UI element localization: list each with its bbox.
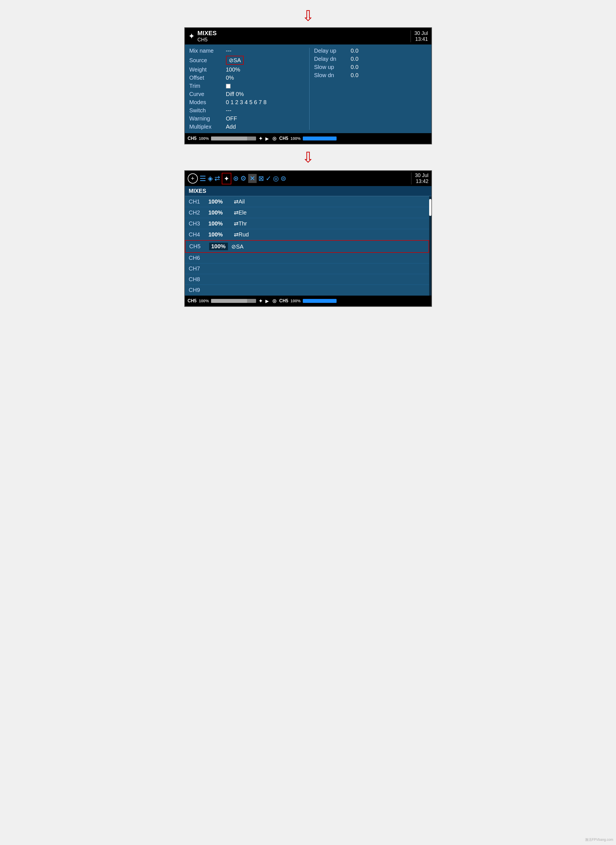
panel1-right-col: Delay up 0.0 Delay dn 0.0 Slow up 0.0 Sl… bbox=[314, 47, 427, 131]
p2-status-ch-left: CH5 bbox=[188, 298, 197, 304]
table-row[interactable]: CH8 bbox=[185, 274, 429, 285]
delay-dn-value: 0.0 bbox=[351, 56, 358, 62]
scrollbar[interactable] bbox=[429, 196, 431, 296]
modes-value: 0 1 2 3 4 5 6 7 8 bbox=[226, 99, 267, 106]
ch4-src: ⇄Rud bbox=[234, 231, 249, 238]
nav-icon-mixes-highlighted[interactable]: ✦ bbox=[222, 173, 231, 184]
panel2-status-bar: CH5 100% ✦ ▶ ⊛ CH5 100% bbox=[185, 296, 431, 306]
nav-icon-x[interactable]: ✕ bbox=[248, 174, 257, 183]
ch7-label: CH7 bbox=[189, 266, 208, 272]
panel1-title: MIXES bbox=[198, 29, 217, 37]
table-row[interactable]: CH6 bbox=[185, 253, 429, 264]
slow-up-row: Slow up 0.0 bbox=[314, 63, 427, 71]
nav-icon-waves[interactable]: ◈ bbox=[208, 175, 213, 182]
nav-icon-check[interactable]: ✓ bbox=[265, 175, 271, 182]
ch1-pct: 100% bbox=[208, 198, 234, 205]
status-pct-left: 100% bbox=[199, 136, 209, 141]
nav-icon-eye[interactable]: ⊜ bbox=[280, 175, 286, 182]
source-value[interactable]: ⊘SA bbox=[226, 56, 244, 65]
nav-icon-dots[interactable]: ◎ bbox=[273, 175, 279, 182]
weight-row: Weight 100% bbox=[189, 66, 302, 74]
p2-status-arrow: ▶ bbox=[265, 298, 269, 304]
status-fill-left bbox=[211, 136, 247, 141]
p2-status-ch-right: CH5 bbox=[279, 298, 288, 304]
ch3-src: ⇄Thr bbox=[234, 220, 247, 227]
offset-value: 0% bbox=[226, 75, 234, 81]
panel1-datetime: 30 Jul 13:41 bbox=[411, 31, 428, 42]
status-fill-right bbox=[303, 136, 337, 141]
panel1-left-col: Mix name --- Source ⊘SA Weight 100% Offs… bbox=[189, 47, 305, 131]
ch3-label: CH3 bbox=[189, 220, 208, 227]
table-row-highlighted[interactable]: CH5 100% ⊘SA bbox=[185, 240, 429, 253]
p2-status-right: ⊛ CH5 100% bbox=[272, 298, 337, 304]
scroll-thumb[interactable] bbox=[429, 199, 431, 216]
nav-icon-add[interactable]: + bbox=[188, 173, 198, 183]
p2-status-icon-right: ⊛ bbox=[272, 298, 277, 304]
delay-dn-row: Delay dn 0.0 bbox=[314, 55, 427, 63]
trim-checkbox[interactable] bbox=[226, 84, 230, 88]
offset-label: Offset bbox=[189, 75, 226, 81]
delay-dn-label: Delay dn bbox=[314, 56, 351, 62]
ch2-label: CH2 bbox=[189, 210, 208, 216]
source-row: Source ⊘SA bbox=[189, 55, 302, 66]
arrow-indicator-2: ⇩ bbox=[179, 150, 438, 165]
modes-label: Modes bbox=[189, 99, 226, 106]
panel1-content: Mix name --- Source ⊘SA Weight 100% Offs… bbox=[185, 44, 431, 133]
table-row[interactable]: CH1 100% ⇄Ail bbox=[185, 196, 429, 207]
ch4-label: CH4 bbox=[189, 231, 208, 238]
nav-icon-bar: + ☰ ◈ ⇄ ✦ ⊛ ⚙ ✕ ⊠ ✓ ◎ ⊜ 3 bbox=[185, 171, 431, 186]
mix-name-row: Mix name --- bbox=[189, 47, 302, 55]
switch-row: Switch --- bbox=[189, 106, 302, 114]
delay-up-label: Delay up bbox=[314, 48, 351, 54]
table-row[interactable]: CH7 bbox=[185, 264, 429, 274]
ch4-pct: 100% bbox=[208, 231, 234, 238]
slow-dn-row: Slow dn 0.0 bbox=[314, 71, 427, 79]
mixes-detail-panel: ✦ MIXES CH5 30 Jul 13:41 Mix name --- So… bbox=[184, 27, 432, 144]
panel1-date: 30 Jul bbox=[414, 31, 428, 36]
arrow-down-icon-2: ⇩ bbox=[302, 150, 314, 165]
nav-icon-boxcheck[interactable]: ⊠ bbox=[258, 175, 264, 182]
multiplex-value: Add bbox=[226, 123, 236, 130]
nav-icon-arrows[interactable]: ⇄ bbox=[214, 175, 220, 182]
delay-up-value: 0.0 bbox=[351, 48, 358, 54]
status-track-left bbox=[211, 136, 256, 141]
table-row[interactable]: CH3 100% ⇄Thr bbox=[185, 218, 429, 229]
curve-row: Curve Diff 0% bbox=[189, 90, 302, 98]
warning-label: Warning bbox=[189, 115, 226, 122]
ch8-label: CH8 bbox=[189, 276, 208, 283]
nav-icons-group: + ☰ ◈ ⇄ ✦ ⊛ ⚙ ✕ ⊠ ✓ ◎ ⊜ bbox=[188, 173, 286, 184]
source-label: Source bbox=[189, 57, 226, 64]
trim-row: Trim bbox=[189, 82, 302, 90]
modes-row: Modes 0 1 2 3 4 5 6 7 8 bbox=[189, 98, 302, 106]
curve-value: Diff 0% bbox=[226, 91, 244, 97]
mixes-label: MIXES bbox=[185, 186, 431, 196]
nav-icon-curve[interactable]: ⊛ bbox=[233, 175, 239, 182]
slow-up-value: 0.0 bbox=[351, 64, 358, 70]
mix-name-value: --- bbox=[226, 48, 232, 54]
nav-icon-menu[interactable]: ☰ bbox=[199, 174, 206, 183]
arrow-down-icon-1: ⇩ bbox=[302, 9, 314, 23]
mixes-list-panel: + ☰ ◈ ⇄ ✦ ⊛ ⚙ ✕ ⊠ ✓ ◎ ⊜ 3 bbox=[184, 170, 432, 307]
p2-status-pct-right: 100% bbox=[290, 299, 301, 303]
panel1-subtitle: CH5 bbox=[198, 37, 217, 43]
table-row[interactable]: CH4 100% ⇄Rud bbox=[185, 229, 429, 240]
status-arrow: ▶ bbox=[265, 136, 269, 141]
arrow-indicator-1: ⇩ bbox=[179, 9, 438, 23]
switch-value: --- bbox=[226, 107, 232, 114]
slow-dn-value: 0.0 bbox=[351, 72, 358, 79]
panel2-time: 13:42 bbox=[415, 179, 428, 184]
weight-value: 100% bbox=[226, 66, 240, 73]
ch5-label: CH5 bbox=[189, 243, 209, 250]
mix-name-label: Mix name bbox=[189, 48, 226, 54]
ch5-src: ⊘SA bbox=[231, 243, 244, 250]
slow-dn-label: Slow dn bbox=[314, 72, 351, 79]
panel1-time: 13:41 bbox=[414, 36, 428, 42]
table-row[interactable]: CH2 100% ⇄Ele bbox=[185, 207, 429, 218]
nav-icon-tools[interactable]: ⚙ bbox=[240, 175, 246, 182]
ch9-label: CH9 bbox=[189, 287, 208, 293]
panel2-datetime: 30 Jul 13:42 bbox=[411, 173, 428, 184]
p2-status-icon-mixes: ✦ bbox=[258, 298, 263, 304]
multiplex-row: Multiplex Add bbox=[189, 123, 302, 131]
table-row[interactable]: CH9 bbox=[185, 285, 429, 296]
multiplex-label: Multiplex bbox=[189, 123, 226, 130]
